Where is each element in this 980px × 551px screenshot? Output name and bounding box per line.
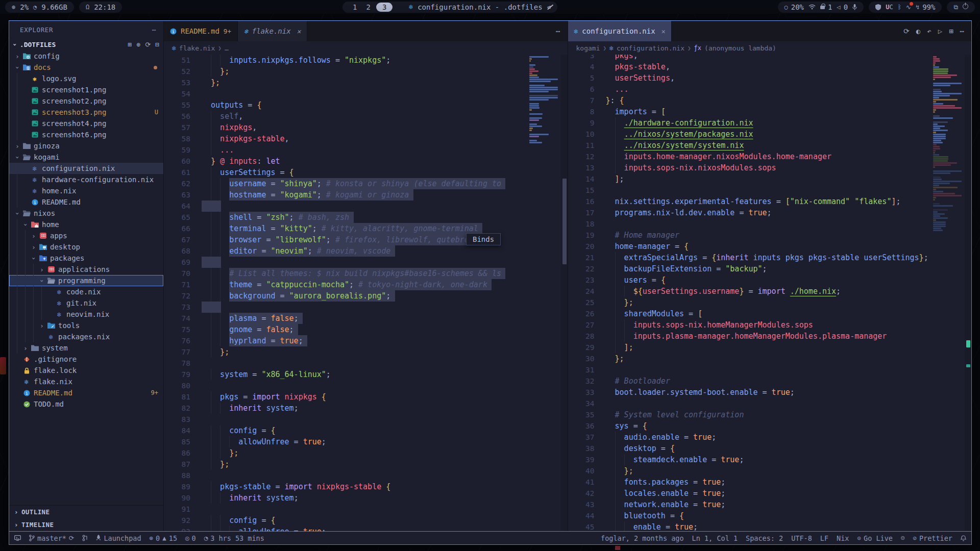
code-line-93[interactable]: 93 allowUnfree = true; [164, 526, 527, 531]
tree-item-nixos[interactable]: › nixos [9, 208, 163, 219]
code-line-68[interactable]: 68 editor = "neovim"; # neovim, vscode [164, 245, 527, 257]
tree-item-configuration-nix[interactable]: ❄ configuration.nix [9, 163, 163, 174]
new-file-icon[interactable]: ⊞ [128, 41, 132, 48]
breadcrumb-item[interactable]: kogami [576, 44, 600, 52]
breadcrumb-item[interactable]: flake.nix [179, 44, 215, 52]
tree-item-neovim-nix[interactable]: ❄ neovim.nix [9, 309, 163, 320]
code-line-27[interactable]: 27 inputs.sops-nix.homeManagerModules.so… [568, 319, 932, 331]
tree-item-home-nix[interactable]: ❄ home.nix [9, 185, 163, 196]
workspace-2[interactable]: 2 [362, 3, 374, 11]
code-line-33[interactable]: 33 boot.loader.systemd-boot.enable = tru… [568, 387, 932, 398]
code-line-52[interactable]: 52 }; [164, 66, 527, 77]
code-line-38[interactable]: 38 desktop = { [568, 443, 932, 454]
tree-item-screenshot4-png[interactable]: screenshot4.png [9, 118, 163, 129]
code-line-51[interactable]: 51 inputs.nixpkgs.follows = "nixpkgs"; [164, 55, 527, 66]
topbar-pill-left-1[interactable]: Ω22:18 [79, 2, 122, 13]
tree-item-packages[interactable]: › packages [9, 253, 163, 264]
code-line-32[interactable]: 32 # Bootloader [568, 375, 932, 387]
topbar-pill-right-1[interactable]: UCᛒ∿↯99% [869, 2, 942, 13]
breadcrumb-item[interactable]: configuration.nix [617, 44, 684, 52]
code-line-53[interactable]: 53 }; [164, 77, 527, 88]
code-line-39[interactable]: 39 steamdeck.enable = true; [568, 454, 932, 465]
code-line-69[interactable]: 69 [164, 257, 527, 268]
status-git-blame[interactable]: foglar, 2 months ago [601, 534, 684, 542]
code-line-90[interactable]: 90 inherit system; [164, 492, 527, 504]
tree-item-flake-nix[interactable]: ❄ flake.nix [9, 376, 163, 387]
status-git-branch[interactable]: master* ⟳ [29, 534, 74, 542]
run-icon[interactable]: ▷ [938, 27, 942, 35]
editor-viewport[interactable]: 51 inputs.nixpkgs.follows = "nixpkgs";52… [164, 55, 568, 531]
code-line-60[interactable]: 60 } @ inputs: let [164, 156, 527, 167]
status-indentation[interactable]: Spaces: 2 [746, 534, 783, 542]
code-line-61[interactable]: 61 userSettings = { [164, 167, 527, 178]
status-prettier[interactable]: ⊘Prettier [913, 534, 952, 542]
status-cursor-position[interactable]: Ln 1, Col 1 [692, 534, 738, 542]
code-line-11[interactable]: 11 ../nixos/system/system.nix [568, 140, 932, 151]
tree-item--gitignore[interactable]: .gitignore [9, 354, 163, 365]
status-notifications[interactable] [961, 535, 966, 541]
code-line-87[interactable]: 87 }; [164, 459, 527, 470]
breadcrumb[interactable]: kogami❯❄configuration.nix❯ƒx(anonymous l… [568, 41, 972, 55]
tree-item-readme-md[interactable]: i README.md [9, 196, 163, 208]
workspace-and-title-pill[interactable]: 123❄configuration.nix - .dotfiles⊲ [342, 2, 557, 13]
breadcrumb-item[interactable]: (anonymous lambda) [704, 44, 776, 52]
status-gitlens[interactable] [82, 535, 88, 541]
code-line-30[interactable]: 30 }; [568, 353, 932, 364]
code-line-35[interactable]: 35 # System level configuration [568, 409, 932, 420]
code-line-18[interactable]: 18 [568, 218, 932, 230]
code-line-37[interactable]: 37 audio.enable = true; [568, 432, 932, 443]
code-line-76[interactable]: 76 hyprland = true; [164, 335, 527, 346]
code-line-84[interactable]: 84 config = { [164, 425, 527, 436]
code-line-10[interactable]: 10 ../nixos/system/packages.nix [568, 129, 932, 140]
close-icon[interactable]: ✕ [662, 28, 666, 35]
code-line-58[interactable]: 58 nixpkgs-stable, [164, 133, 527, 144]
tree-item-logo-svg[interactable]: ✱ logo.svg [9, 73, 163, 84]
code-line-44[interactable]: 44 bluetooth = { [568, 510, 932, 521]
code-line-40[interactable]: 40 }; [568, 465, 932, 477]
tree-item-docs[interactable]: › docs [9, 62, 163, 73]
status-problems[interactable]: ⊗0 ▲15 [150, 534, 177, 542]
tree-item-packages-nix[interactable]: ❄ packages.nix [9, 331, 163, 342]
code-line-20[interactable]: 20 home-manager = { [568, 241, 932, 252]
tree-item-desktop[interactable]: › desktop [9, 241, 163, 253]
code-line-57[interactable]: 57 nixpkgs, [164, 122, 527, 133]
open-changes-icon[interactable]: ◐ [916, 27, 920, 35]
panel-outline[interactable]: ›OUTLINE [9, 506, 163, 518]
code-line-6[interactable]: 6 ... [568, 84, 932, 95]
collapse-all-icon[interactable]: ⊟ [155, 41, 159, 48]
code-line-74[interactable]: 74 plasma = false; [164, 313, 527, 324]
code-line-25[interactable]: 25 }; [568, 297, 932, 308]
code-line-73[interactable]: 73 [164, 302, 527, 313]
tab-configuration-nix[interactable]: ❄configuration.nix ✕ [568, 21, 672, 41]
tree-item-system[interactable]: › system [9, 342, 163, 354]
sync-icon[interactable]: ⟳ [903, 27, 910, 35]
tree-item-apps[interactable]: › apps [9, 230, 163, 241]
code-line-7[interactable]: 7}: { [568, 95, 932, 106]
code-line-70[interactable]: 70 # List all themes: $ nix build nixpkg… [164, 268, 527, 279]
status-time-tracker[interactable]: ◔3 hrs 53 mins [204, 534, 264, 542]
breadcrumb[interactable]: ❄flake.nix❯… [164, 41, 568, 55]
topbar-pill-right-0[interactable]: ○20%1◁0 [778, 2, 864, 13]
code-line-13[interactable]: 13 inputs.sops-nix.nixosModules.sops [568, 162, 932, 173]
tree-item-applications[interactable]: › applications [9, 264, 163, 275]
close-icon[interactable]: ✕ [297, 28, 301, 35]
code-line-41[interactable]: 41 fonts.packages = true; [568, 477, 932, 488]
code-line-12[interactable]: 12 inputs.home-manager.nixosModules.home… [568, 151, 932, 162]
code-line-56[interactable]: 56 self, [164, 111, 527, 122]
code-line-16[interactable]: 16 nix.settings.experimental-features = … [568, 196, 932, 207]
status-go-live[interactable]: ⊙Go Live [857, 534, 892, 542]
code-line-15[interactable]: 15 [568, 185, 932, 196]
code-line-89[interactable]: 89 pkgs-stable = import nixpkgs-stable { [164, 481, 527, 492]
code-line-85[interactable]: 85 allowUnfree = true; [164, 436, 527, 447]
code-line-21[interactable]: 21 extraSpecialArgs = {inherit inputs pk… [568, 252, 932, 263]
tree-item-screenshot1-png[interactable]: screenshot1.png [9, 84, 163, 95]
code-line-72[interactable]: 72 background = "aurora_borealis.png"; [164, 290, 527, 302]
code-line-79[interactable]: 79 system = "x86_64-linux"; [164, 369, 527, 380]
tree-item-screenshot3-png[interactable]: screenshot3.png U [9, 107, 163, 118]
code-line-26[interactable]: 26 sharedModules = [ [568, 308, 932, 319]
tree-item-kogami[interactable]: › kogami [9, 152, 163, 163]
code-line-14[interactable]: 14 ]; [568, 173, 932, 185]
status-remote-indicator[interactable] [14, 535, 21, 541]
tree-item-todo-md[interactable]: TODO.md [9, 398, 163, 410]
code-line-55[interactable]: 55 outputs = { [164, 99, 527, 111]
